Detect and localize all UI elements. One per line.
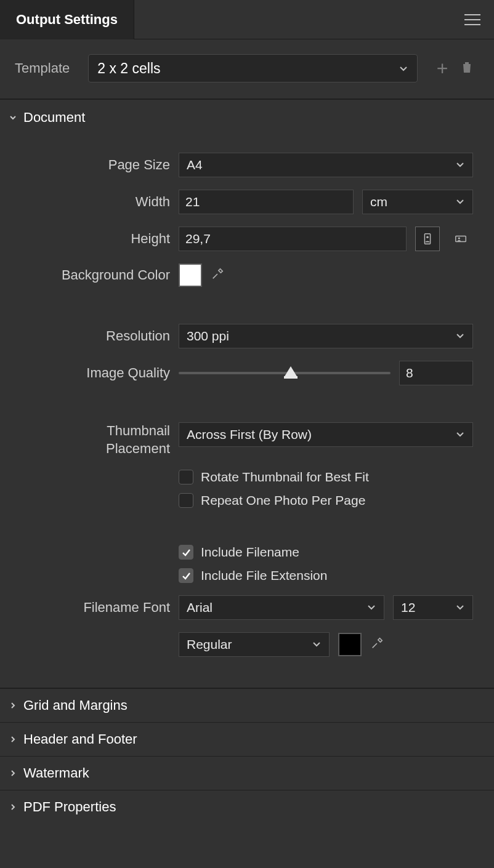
eyedropper-button[interactable] — [211, 267, 224, 284]
width-label: Width — [0, 193, 179, 211]
width-value: 21 — [185, 195, 200, 209]
chevron-down-icon — [312, 637, 322, 652]
width-unit-value: cm — [370, 195, 387, 209]
orientation-portrait-button[interactable] — [415, 227, 440, 251]
template-value: 2 x 2 cells — [97, 60, 160, 77]
row-image-quality: Image Quality 8 — [0, 361, 473, 385]
add-template-button[interactable] — [430, 57, 455, 80]
font-family-value: Arial — [187, 600, 213, 615]
section-grid-margins-title: Grid and Margins — [23, 697, 128, 713]
orientation-landscape-button[interactable] — [448, 227, 473, 251]
chevron-down-icon — [366, 600, 376, 615]
chevron-down-icon — [455, 427, 465, 442]
section-header-footer-title: Header and Footer — [23, 731, 137, 747]
chevron-down-icon — [455, 600, 465, 615]
section-grid-margins-header[interactable]: Grid and Margins — [0, 688, 494, 722]
panel-menu-button[interactable] — [451, 14, 494, 25]
resolution-value: 300 ppi — [187, 329, 229, 344]
checkbox-include-filename[interactable] — [179, 545, 193, 560]
portrait-icon — [421, 232, 434, 246]
chevron-down-icon — [7, 112, 18, 123]
section-document-header[interactable]: Document — [0, 99, 494, 135]
cb-include-filename-label: Include Filename — [201, 545, 299, 560]
row-thumbnail-placement: Thumbnail Placement Across First (By Row… — [0, 422, 473, 457]
chevron-right-icon — [7, 734, 18, 745]
template-label: Template — [15, 60, 70, 76]
panel-header: Output Settings — [0, 0, 494, 39]
eyedropper-icon — [211, 267, 224, 281]
height-input[interactable]: 29,7 — [179, 227, 407, 251]
height-label: Height — [0, 230, 179, 248]
row-background-color: Background Color — [0, 263, 473, 287]
svg-point-3 — [458, 237, 460, 239]
chevron-down-icon — [455, 158, 465, 172]
filename-font-label: Filename Font — [0, 599, 179, 617]
collapsed-sections: Grid and Margins Header and Footer Water… — [0, 688, 494, 824]
width-input[interactable]: 21 — [179, 190, 354, 214]
section-header-footer-header[interactable]: Header and Footer — [0, 722, 494, 756]
section-pdf-properties-header[interactable]: PDF Properties — [0, 790, 494, 824]
page-size-select[interactable]: A4 — [179, 153, 473, 177]
row-page-size: Page Size A4 — [0, 153, 473, 177]
row-width: Width 21 cm — [0, 190, 473, 214]
row-resolution: Resolution 300 ppi — [0, 324, 473, 348]
chevron-down-icon — [455, 329, 465, 344]
tab-output-settings[interactable]: Output Settings — [0, 0, 134, 39]
svg-rect-2 — [456, 236, 466, 241]
page-size-label: Page Size — [0, 156, 179, 174]
font-weight-value: Regular — [187, 637, 232, 652]
svg-rect-0 — [424, 234, 430, 244]
page-size-value: A4 — [187, 158, 203, 172]
row-height: Height 29,7 — [0, 227, 473, 251]
thumbnail-placement-label: Thumbnail Placement — [0, 422, 179, 457]
eyedropper-icon — [370, 637, 384, 650]
checkbox-rotate-thumbnail[interactable] — [179, 470, 193, 484]
image-quality-input[interactable]: 8 — [399, 361, 473, 385]
cb-repeat-label: Repeat One Photo Per Page — [201, 493, 365, 508]
section-document-title: Document — [23, 110, 85, 126]
slider-thumb[interactable] — [284, 366, 298, 377]
cb-include-ext-label: Include File Extension — [201, 568, 327, 583]
delete-template-button[interactable] — [455, 59, 479, 78]
resolution-label: Resolution — [0, 328, 179, 345]
chevron-down-icon — [399, 60, 408, 77]
checkbox-repeat-photo[interactable] — [179, 493, 193, 508]
row-cb-rotate: Rotate Thumbnail for Best Fit Repeat One… — [0, 470, 473, 516]
width-unit-select[interactable]: cm — [362, 190, 473, 214]
chevron-right-icon — [7, 700, 18, 711]
section-watermark-title: Watermark — [23, 765, 89, 781]
font-weight-select[interactable]: Regular — [179, 632, 330, 657]
row-cb-include: Include Filename Include File Extension — [0, 545, 473, 592]
trash-icon — [460, 59, 474, 78]
font-color-swatch[interactable] — [338, 633, 362, 656]
cb-rotate-label: Rotate Thumbnail for Best Fit — [201, 470, 369, 484]
chevron-down-icon — [455, 195, 465, 209]
section-document-body: Page Size A4 Width 21 cm Height 29,7 — [0, 135, 494, 688]
template-row: Template 2 x 2 cells — [0, 39, 494, 99]
plus-icon — [437, 57, 448, 80]
height-value: 29,7 — [185, 231, 211, 246]
image-quality-slider[interactable] — [179, 372, 391, 374]
chevron-right-icon — [7, 802, 18, 813]
image-quality-value: 8 — [406, 366, 413, 380]
landscape-icon — [454, 232, 468, 246]
font-eyedropper-button[interactable] — [370, 637, 384, 653]
background-color-swatch[interactable] — [179, 263, 202, 287]
checkbox-include-extension[interactable] — [179, 568, 193, 583]
font-size-value: 12 — [401, 600, 415, 615]
resolution-select[interactable]: 300 ppi — [179, 324, 473, 348]
background-color-label: Background Color — [0, 267, 179, 284]
template-select[interactable]: 2 x 2 cells — [88, 54, 418, 82]
font-family-select[interactable]: Arial — [179, 595, 384, 620]
chevron-right-icon — [7, 768, 18, 779]
image-quality-label: Image Quality — [0, 364, 179, 382]
row-filename-font: Filename Font Arial 12 — [0, 595, 473, 620]
thumbnail-placement-value: Across First (By Row) — [187, 427, 312, 442]
svg-point-1 — [426, 236, 429, 238]
font-size-select[interactable]: 12 — [393, 595, 473, 620]
tab-title: Output Settings — [16, 12, 118, 28]
section-watermark-header[interactable]: Watermark — [0, 756, 494, 790]
row-filename-font-weight: Regular — [0, 632, 473, 657]
thumbnail-placement-select[interactable]: Across First (By Row) — [179, 422, 473, 447]
section-pdf-properties-title: PDF Properties — [23, 799, 116, 815]
